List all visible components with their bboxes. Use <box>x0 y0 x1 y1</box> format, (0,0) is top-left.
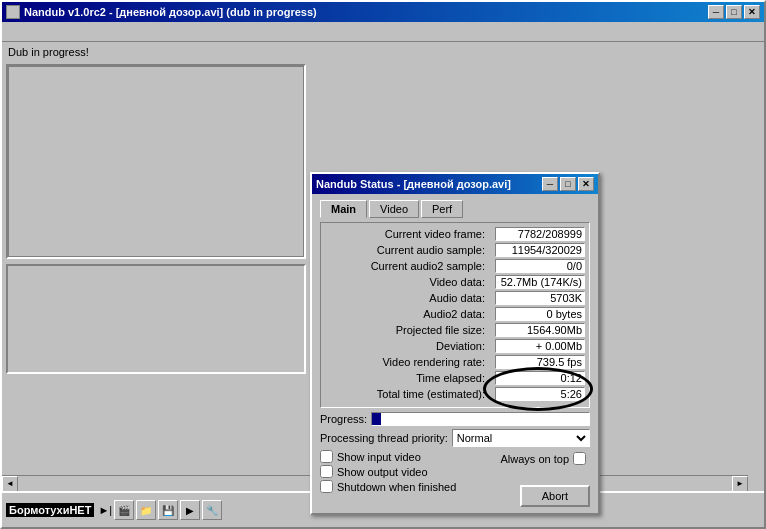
label-video-frame: Current video frame: <box>325 228 485 240</box>
data-row-8: Video rendering rate: 739.5 fps <box>325 355 585 369</box>
tab-bar: Main Video Perf <box>320 200 590 218</box>
main-titlebar-buttons: ─ □ ✕ <box>708 5 760 19</box>
label-audio-sample: Current audio sample: <box>325 244 485 256</box>
video-panel-inner <box>8 66 304 257</box>
abort-button[interactable]: Abort <box>520 485 590 507</box>
maximize-button[interactable]: □ <box>726 5 742 19</box>
progress-fill <box>372 413 381 425</box>
main-window-title: Nandub v1.0rc2 - [дневной дозор.avi] (du… <box>24 6 317 18</box>
label-render-rate: Video rendering rate: <box>325 356 485 368</box>
dialog-body: Main Video Perf Current video frame: 778… <box>312 194 598 513</box>
icon-2[interactable]: 📁 <box>136 500 156 520</box>
tab-video[interactable]: Video <box>369 200 419 218</box>
data-row-6: Projected file size: 1564.90Mb <box>325 323 585 337</box>
value-video-frame: 7782/208999 <box>495 227 585 241</box>
label-proj-size: Projected file size: <box>325 324 485 336</box>
bottom-icons: 🎬 📁 💾 ▶ 🔧 <box>114 500 222 520</box>
priority-row: Processing thread priority: Idle Lowest … <box>320 429 590 447</box>
progress-bar <box>371 412 590 426</box>
shutdown-checkbox[interactable] <box>320 480 333 493</box>
shutdown-label: Shutdown when finished <box>337 481 456 493</box>
minimize-button[interactable]: ─ <box>708 5 724 19</box>
scroll-right-button[interactable]: ► <box>732 476 748 492</box>
dub-status-text: Dub in progress! <box>8 46 89 58</box>
progress-label: Progress: <box>320 413 367 425</box>
always-on-top-row: Always on top <box>501 452 590 465</box>
data-row-4: Audio data: 5703K <box>325 291 585 305</box>
main-titlebar: Nandub v1.0rc2 - [дневной дозор.avi] (du… <box>2 2 764 22</box>
show-input-label: Show input video <box>337 451 421 463</box>
data-row-0: Current video frame: 7782/208999 <box>325 227 585 241</box>
checkbox-show-output: Show output video <box>320 465 456 478</box>
video-panel-bottom-inner <box>8 266 304 372</box>
checkboxes-group: Show input video Show output video Shutd… <box>320 450 456 495</box>
dialog-minimize-button[interactable]: ─ <box>542 177 558 191</box>
label-deviation: Deviation: <box>325 340 485 352</box>
show-input-checkbox[interactable] <box>320 450 333 463</box>
tab-perf[interactable]: Perf <box>421 200 463 218</box>
label-audio-data: Audio data: <box>325 292 485 304</box>
progress-section: Progress: Processing thread priority: Id… <box>320 412 590 507</box>
dialog-titlebar-buttons: ─ □ ✕ <box>542 177 594 191</box>
main-content: Dub in progress! ◄ ► БормотухиНЕТ ►| 🎬 📁… <box>2 42 764 527</box>
checkbox-shutdown: Shutdown when finished <box>320 480 456 493</box>
value-total-time: 5:26 <box>495 387 585 401</box>
value-deviation: + 0.00Mb <box>495 339 585 353</box>
value-time-elapsed: 0:12 <box>495 371 585 385</box>
data-row-7: Deviation: + 0.00Mb <box>325 339 585 353</box>
data-row-2: Current audio2 sample: 0/0 <box>325 259 585 273</box>
checkbox-show-input: Show input video <box>320 450 456 463</box>
icon-1[interactable]: 🎬 <box>114 500 134 520</box>
value-video-data: 52.7Mb (174K/s) <box>495 275 585 289</box>
data-row-10: Total time (estimated): 5:26 <box>325 387 585 401</box>
priority-select[interactable]: Idle Lowest Below Normal Normal Above No… <box>452 429 590 447</box>
value-proj-size: 1564.90Mb <box>495 323 585 337</box>
video-panel-top <box>6 64 306 259</box>
progress-row: Progress: <box>320 412 590 426</box>
value-render-rate: 739.5 fps <box>495 355 585 369</box>
video-panel-bottom <box>6 264 306 374</box>
label-video-data: Video data: <box>325 276 485 288</box>
close-button[interactable]: ✕ <box>744 5 760 19</box>
dialog-title: Nandub Status - [дневной дозор.avi] <box>316 178 511 190</box>
main-window: Nandub v1.0rc2 - [дневной дозор.avi] (du… <box>0 0 766 529</box>
label-total-time: Total time (estimated): <box>325 388 485 400</box>
label-time-elapsed: Time elapsed: <box>325 372 485 384</box>
scroll-left-button[interactable]: ◄ <box>2 476 18 492</box>
icon-3[interactable]: 💾 <box>158 500 178 520</box>
main-menubar <box>2 22 764 42</box>
show-output-label: Show output video <box>337 466 428 478</box>
dialog-titlebar: Nandub Status - [дневной дозор.avi] ─ □ … <box>312 174 598 194</box>
brand-arrow: ►| <box>98 504 112 516</box>
dialog-close-button[interactable]: ✕ <box>578 177 594 191</box>
brand-label: БормотухиНЕТ <box>6 503 94 517</box>
label-audio2-data: Audio2 data: <box>325 308 485 320</box>
data-row-9: Time elapsed: 0:12 <box>325 371 585 385</box>
value-audio-data: 5703K <box>495 291 585 305</box>
show-output-checkbox[interactable] <box>320 465 333 478</box>
status-dialog: Nandub Status - [дневной дозор.avi] ─ □ … <box>310 172 600 515</box>
label-audio2-sample: Current audio2 sample: <box>325 260 485 272</box>
value-audio-sample: 11954/320029 <box>495 243 585 257</box>
tab-main[interactable]: Main <box>320 200 367 218</box>
data-row-1: Current audio sample: 11954/320029 <box>325 243 585 257</box>
priority-label: Processing thread priority: <box>320 432 448 444</box>
main-title-area: Nandub v1.0rc2 - [дневной дозор.avi] (du… <box>6 5 317 19</box>
data-row-5: Audio2 data: 0 bytes <box>325 307 585 321</box>
icon-5[interactable]: 🔧 <box>202 500 222 520</box>
dialog-maximize-button[interactable]: □ <box>560 177 576 191</box>
always-on-top-checkbox[interactable] <box>573 452 586 465</box>
app-icon <box>6 5 20 19</box>
value-audio2-data: 0 bytes <box>495 307 585 321</box>
data-section: Current video frame: 7782/208999 Current… <box>320 222 590 408</box>
always-on-top-label: Always on top <box>501 453 569 465</box>
always-on-top-group: Always on top Abort <box>501 450 590 507</box>
icon-4[interactable]: ▶ <box>180 500 200 520</box>
data-row-3: Video data: 52.7Mb (174K/s) <box>325 275 585 289</box>
value-audio2-sample: 0/0 <box>495 259 585 273</box>
